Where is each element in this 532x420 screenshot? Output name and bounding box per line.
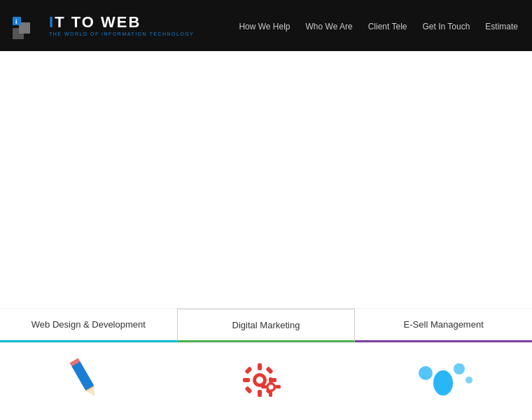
svg-rect-22 (261, 385, 267, 388)
nav-item-how-we-help[interactable]: How We Help (239, 20, 290, 32)
svg-rect-10 (258, 363, 262, 370)
svg-point-25 (419, 366, 433, 380)
tab-esell[interactable]: E-Sell Management (355, 309, 532, 342)
svg-rect-20 (269, 377, 272, 383)
gear-icon (233, 354, 282, 402)
logo-i-letter: I (49, 13, 55, 31)
tab-esell-label: E-Sell Management (404, 319, 484, 330)
svg-point-9 (256, 377, 263, 384)
svg-rect-21 (269, 391, 272, 397)
pencil-icon (65, 354, 104, 402)
logo-cube-icon: i (7, 8, 42, 43)
logo-rest: T TO WEB (55, 13, 141, 31)
logo-title: IT TO WEB (49, 15, 194, 30)
nav-link-who-we-are[interactable]: Who We Are (306, 22, 353, 31)
navbar: i IT TO WEB THE WORLD OF INFORMATION TEC… (0, 0, 532, 51)
droplets-icon (412, 354, 468, 402)
svg-rect-11 (258, 390, 262, 397)
svg-point-19 (268, 385, 273, 390)
nav-link-how-we-help[interactable]: How We Help (239, 22, 290, 31)
service-tabs: Web Design & Development Digital Marketi… (0, 308, 532, 343)
svg-rect-4 (71, 360, 94, 391)
svg-rect-12 (243, 378, 250, 382)
nav-item-who-we-are[interactable]: Who We Are (306, 20, 353, 32)
hero-section (0, 51, 532, 308)
nav-item-get-in-touch[interactable]: Get In Touch (422, 20, 470, 32)
logo-text: IT TO WEB THE WORLD OF INFORMATION TECHN… (49, 15, 194, 36)
svg-rect-16 (244, 386, 252, 393)
svg-point-26 (454, 363, 465, 374)
tab-web-design[interactable]: Web Design & Development (0, 309, 177, 342)
tab-digital-marketing-label: Digital Marketing (232, 320, 300, 330)
nav-item-estimate[interactable]: Estimate (485, 20, 518, 32)
nav-item-client-tele[interactable]: Client Tele (368, 20, 407, 32)
svg-text:i: i (15, 18, 18, 25)
svg-point-24 (433, 370, 453, 396)
nav-links: How We Help Who We Are Client Tele Get I… (239, 20, 518, 32)
tab-digital-marketing[interactable]: Digital Marketing (177, 309, 356, 342)
svg-rect-15 (265, 366, 273, 374)
nav-link-get-in-touch[interactable]: Get In Touch (422, 22, 470, 31)
svg-point-27 (465, 377, 472, 384)
tab-web-design-label: Web Design & Development (31, 319, 146, 330)
nav-link-estimate[interactable]: Estimate (485, 22, 518, 31)
logo-area: i IT TO WEB THE WORLD OF INFORMATION TEC… (7, 8, 194, 43)
svg-rect-14 (244, 366, 252, 374)
nav-link-client-tele[interactable]: Client Tele (368, 22, 407, 31)
svg-rect-23 (275, 385, 281, 388)
logo-subtitle: THE WORLD OF INFORMATION TECHNOLOGY (49, 31, 194, 36)
icons-section (0, 343, 532, 420)
